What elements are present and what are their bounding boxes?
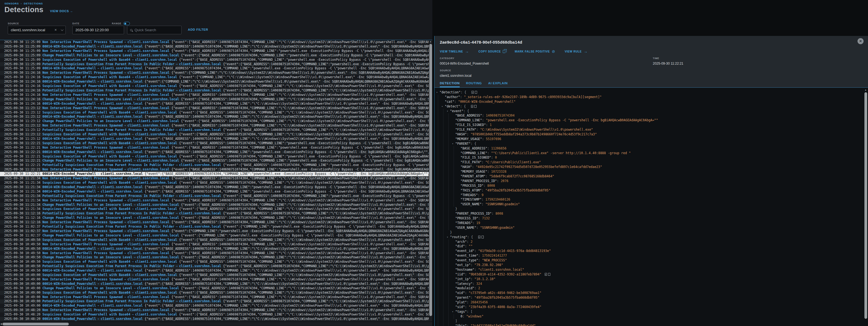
list-item[interactable]: 2025-09-30 11:21:34 Suspicious Execution… <box>0 181 432 185</box>
detection-category-link[interactable]: 00014-WIN-Encoded_Powershell <box>42 102 96 106</box>
detection-source-link[interactable]: client1.ssnrshnn.local <box>127 251 169 255</box>
list-item[interactable]: 2025-09-30 10:49:00 00014-WIN-Encoded_Po… <box>0 282 432 286</box>
list-horizontal-scroll-thumb[interactable] <box>2 323 69 325</box>
list-vertical-scroll-thumb[interactable] <box>429 44 432 316</box>
detection-source-link[interactable]: client1.ssnrshnn.local <box>137 286 179 290</box>
detection-category-link[interactable]: 00014-WIN-Encoded_Powershell <box>42 137 96 141</box>
detection-category-link[interactable]: Non Interactive PowerShell Process Spawn… <box>42 251 123 255</box>
detection-category-link[interactable]: Suspicious Execution of Powershell with … <box>42 313 130 316</box>
breadcrumb-sensors[interactable]: SENSORS <box>4 2 19 5</box>
detection-category-link[interactable]: Change PowerShell Policies to an Insecur… <box>42 53 132 57</box>
detection-category-link[interactable]: Non Interactive PowerShell Process Spawn… <box>42 277 123 281</box>
source-filter-select[interactable]: client1.ssnrshnn.local ✕ <box>8 26 66 34</box>
detection-category-link[interactable]: 00014-WIN-Encoded_Powershell <box>42 317 96 321</box>
list-item[interactable]: 2025-09-30 11:02:37 Potentially Suspicio… <box>0 225 432 229</box>
detection-source-link[interactable]: client1.ssnrshnn.local <box>127 229 169 233</box>
tab-ai-explain[interactable]: AI EXPLAIN <box>488 80 508 87</box>
detection-source-link[interactable]: client1.ssnrshnn.local <box>100 115 143 119</box>
list-item[interactable]: 2025-09-30 11:24:16 Non Interactive Powe… <box>0 93 432 97</box>
list-horizontal-scrollbar[interactable]: ◀ <box>0 322 432 326</box>
list-item[interactable]: 2025-09-30 11:21:34 00014-WIN-Encoded_Po… <box>0 185 432 189</box>
detection-category-link[interactable]: Non Interactive PowerShell Process Spawn… <box>42 146 123 149</box>
list-item[interactable]: 2025-09-30 10:49:00 Non Interactive Powe… <box>0 277 432 282</box>
detection-category-link[interactable]: 00014-WIN-Encoded_Powershell <box>42 45 96 48</box>
detection-category-link[interactable]: Suspicious Execution of Powershell with … <box>42 207 130 211</box>
detection-source-link[interactable]: client1.ssnrshnn.local <box>179 194 221 198</box>
list-vertical-scrollbar[interactable]: ▲ <box>429 40 432 321</box>
list-item[interactable]: 2025-09-30 10:49:50 Potentially Suspicio… <box>0 264 432 269</box>
list-item[interactable]: 2025-09-30 11:22:21 00014-WIN-Encoded_Po… <box>0 172 432 176</box>
list-item[interactable]: 2025-09-30 11:24:16 Suspicious Execution… <box>0 75 432 80</box>
detection-category-link[interactable]: Potentially Suspicious Execution From Pa… <box>42 225 174 229</box>
list-item[interactable]: 2025-09-30 11:02:37 Change PowerShell Po… <box>0 233 432 238</box>
list-item[interactable]: 2025-09-30 10:49:00 Suspicious Execution… <box>0 273 432 277</box>
detection-source-link[interactable]: client1.ssnrshnn.local <box>135 75 177 79</box>
detection-source-link[interactable]: client1.ssnrshnn.local <box>135 84 177 88</box>
list-item[interactable]: 2025-09-30 11:21:34 Change PowerShell Po… <box>0 203 432 207</box>
detection-source-link[interactable]: client1.ssnrshnn.local <box>127 106 169 110</box>
detection-category-link[interactable]: Non Interactive PowerShell Process Spawn… <box>42 242 123 246</box>
detection-source-link[interactable]: client1.ssnrshnn.local <box>127 176 169 180</box>
detection-category-link[interactable]: Suspicious Execution of Powershell with … <box>42 84 130 88</box>
detection-category-link[interactable]: 00014-WIN-Encoded_Powershell <box>42 189 96 194</box>
detection-category-link[interactable]: Non Interactive PowerShell Process Spawn… <box>42 168 123 171</box>
add-filter-button[interactable]: ADD FILTER <box>188 28 208 31</box>
detection-category-link[interactable]: Non Interactive PowerShell Process Spawn… <box>42 49 123 53</box>
detection-source-link[interactable]: client1.ssnrshnn.local <box>127 123 169 127</box>
copy-path-icon[interactable] <box>472 91 474 94</box>
list-item[interactable]: 2025-09-30 11:24:16 Suspicious Execution… <box>0 84 432 88</box>
list-item[interactable]: 2025-09-30 11:25:09 Non Interactive Powe… <box>0 40 432 45</box>
copy-value-icon[interactable] <box>548 273 550 276</box>
detection-source-link[interactable]: client1.ssnrshnn.local <box>127 168 169 171</box>
collapse-caret-icon[interactable]: ▾ <box>452 142 453 146</box>
tab-detection[interactable]: DETECTION <box>440 80 460 87</box>
list-item[interactable]: 2025-09-30 10:49:50 Non Interactive Powe… <box>0 242 432 247</box>
detection-category-link[interactable]: 00014-WIN-Encoded_Powershell <box>42 80 96 83</box>
detection-category-link[interactable]: 00014-WIN-Encoded_Powershell <box>42 172 96 176</box>
list-item[interactable]: 2025-09-30 11:25:09 Potentially Suspicio… <box>0 62 432 66</box>
chevron-down-icon[interactable] <box>61 28 64 31</box>
list-item[interactable]: 2025-09-30 11:25:09 Non Interactive Powe… <box>0 49 432 53</box>
list-item[interactable]: 2025-09-30 10:48:20 00014-WIN-Encoded_Po… <box>0 317 432 321</box>
list-item[interactable]: 2025-09-30 10:49:50 00014-WIN-Encoded_Po… <box>0 247 432 251</box>
collapse-caret-icon[interactable]: ▾ <box>452 309 453 314</box>
detection-source-link[interactable]: client1.ssnrshnn.local <box>179 225 221 229</box>
copy-value-icon[interactable] <box>474 105 476 108</box>
list-item[interactable]: 2025-09-30 11:21:34 Non Interactive Powe… <box>0 198 432 203</box>
detection-source-link[interactable]: client1.ssnrshnn.local <box>100 189 143 194</box>
detection-source-link[interactable]: client1.ssnrshnn.local <box>100 80 143 83</box>
tab-routing[interactable]: ROUTING <box>466 80 482 87</box>
detection-source-link[interactable]: client1.ssnrshnn.local <box>135 111 177 114</box>
list-item[interactable]: 2025-09-30 11:23:12 Suspicious Execution… <box>0 111 432 115</box>
list-item[interactable]: 2025-09-30 11:21:34 Non Interactive Powe… <box>0 176 432 181</box>
detection-source-link[interactable]: client1.ssnrshnn.local <box>135 141 177 145</box>
detection-source-link[interactable]: client1.ssnrshnn.local <box>100 282 143 286</box>
detection-source-link[interactable]: client1.ssnrshnn.local <box>135 154 177 158</box>
detection-category-link[interactable]: Potentially Suspicious Execution From Pa… <box>42 128 174 132</box>
detection-category-link[interactable]: Non Interactive PowerShell Process Spawn… <box>42 106 123 110</box>
detection-category-link[interactable]: Non Interactive PowerShell Process Spawn… <box>42 40 123 44</box>
detection-category-link[interactable]: 00014-WIN-Encoded_Powershell <box>42 269 96 272</box>
detection-source-link[interactable]: client1.ssnrshnn.local <box>127 308 169 312</box>
list-item[interactable]: 2025-09-30 11:24:16 00014-WIN-Encoded_Po… <box>0 102 432 106</box>
detection-source-link[interactable]: client1.ssnrshnn.local <box>100 247 143 250</box>
list-item[interactable]: 2025-09-30 11:22:21 Potentially Suspicio… <box>0 163 432 168</box>
detection-category-link[interactable]: 00014-WIN-Encoded_Powershell <box>42 115 96 119</box>
list-item[interactable]: 2025-09-30 10:49:00 Change PowerShell Po… <box>0 286 432 291</box>
view-rule-button[interactable]: VIEW RULE → <box>565 49 588 54</box>
detection-source-link[interactable]: client1.ssnrshnn.local <box>135 132 177 136</box>
detection-category-link[interactable]: 00014-WIN-Encoded_Powershell <box>42 150 96 154</box>
detection-category-link[interactable]: Change PowerShell Policies to an Insecur… <box>42 255 132 259</box>
detection-category-link[interactable]: Suspicious Execution of Powershell with … <box>42 75 130 79</box>
list-item[interactable]: 2025-09-30 10:49:50 Suspicious Execution… <box>0 260 432 264</box>
list-item[interactable]: 2025-09-30 11:24:16 Change PowerShell Po… <box>0 97 432 102</box>
detection-source-link[interactable]: client1.ssnrshnn.local <box>100 137 143 141</box>
list-item[interactable]: 2025-09-30 11:21:34 Potentially Suspicio… <box>0 194 432 198</box>
detection-source-link[interactable]: client1.ssnrshnn.local <box>100 45 143 48</box>
list-item[interactable]: 2025-09-30 11:24:16 Potentially Suspicio… <box>0 88 432 93</box>
list-item[interactable]: 2025-09-30 10:48:20 Suspicious Execution… <box>0 313 432 317</box>
list-item[interactable]: 2025-09-30 11:23:12 Suspicious Execution… <box>0 132 432 137</box>
close-icon[interactable]: ✕ <box>858 38 864 44</box>
detection-category-link[interactable]: Potentially Suspicious Execution From Pa… <box>42 163 174 167</box>
list-item[interactable]: 2025-09-30 11:22:21 Change PowerShell Po… <box>0 158 432 163</box>
